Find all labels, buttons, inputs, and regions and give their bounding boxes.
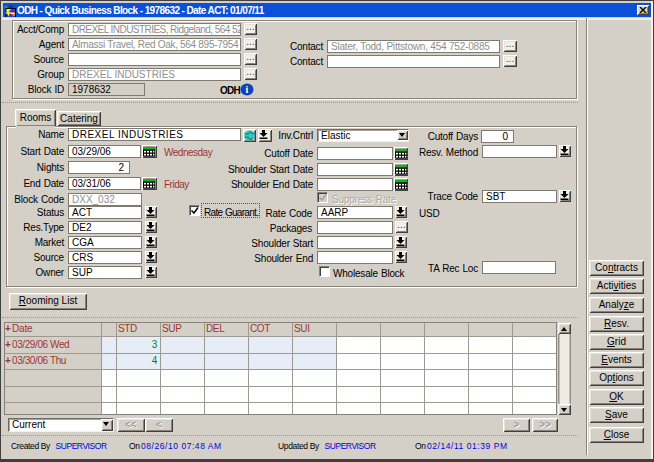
svg-text:i: i <box>246 84 249 95</box>
